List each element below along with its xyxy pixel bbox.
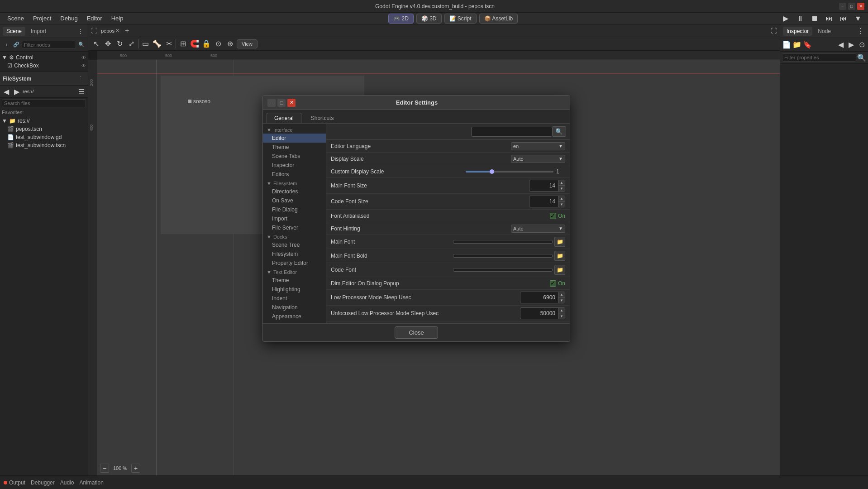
setting-font-hinting: Font Hinting Auto ▼: [326, 222, 570, 235]
spin-down-button[interactable]: ▼: [558, 186, 565, 191]
sidebar-item-inspector[interactable]: Inspector: [263, 161, 326, 170]
sidebar-item-file-dialog[interactable]: File Dialog: [263, 205, 326, 214]
code-font-size-spinbox[interactable]: 14 ▲ ▼: [529, 196, 565, 207]
chevron-down-icon: ▼: [558, 156, 563, 161]
setting-value: ✓ On: [466, 213, 565, 219]
dialog-close-button[interactable]: ✕: [287, 99, 296, 107]
setting-label: Dim Editor On Dialog Popup: [331, 280, 466, 287]
setting-label: Main Font Bold: [331, 253, 453, 259]
main-font-browse-button[interactable]: 📁: [554, 237, 565, 247]
display-scale-select[interactable]: Auto ▼: [511, 155, 565, 163]
setting-display-scale: Display Scale Auto ▼: [326, 153, 570, 165]
setting-code-font: Code Font 📁: [326, 263, 570, 277]
sidebar-item-navigation[interactable]: Navigation: [263, 303, 326, 312]
checkbox-icon[interactable]: ✓: [550, 213, 556, 219]
sidebar-item-property-editor[interactable]: Property Editor: [263, 259, 326, 268]
setting-value: Auto ▼: [466, 225, 565, 233]
sidebar-item-editors[interactable]: Editors: [263, 170, 326, 179]
sidebar-item-editor[interactable]: Editor: [263, 134, 326, 143]
spin-up-button[interactable]: ▲: [558, 180, 565, 186]
sidebar-item-text-theme[interactable]: Theme: [263, 276, 326, 285]
setting-value: Auto ▼: [466, 155, 565, 163]
checkbox-label: On: [558, 280, 565, 287]
setting-custom-display-scale: Custom Display Scale 1: [326, 165, 570, 178]
spin-down-button[interactable]: ▼: [558, 313, 565, 319]
main-font-input: [453, 240, 553, 244]
spinbox-arrows: ▲ ▼: [558, 180, 565, 191]
spin-down-button[interactable]: ▼: [558, 297, 565, 303]
sidebar-item-file-server[interactable]: File Server: [263, 223, 326, 232]
select-value: Auto: [513, 156, 524, 162]
low-processor-spinbox[interactable]: 6900 ▲ ▼: [520, 292, 565, 303]
dialog-tab-shortcuts[interactable]: Shortcuts: [303, 113, 342, 123]
setting-label: Display Scale: [331, 156, 466, 162]
setting-label: Low Processor Mode Sleep Usec: [331, 294, 466, 301]
settings-search-button[interactable]: 🔍: [553, 126, 566, 137]
sidebar-item-highlighting[interactable]: Highlighting: [263, 285, 326, 294]
sidebar-item-appearance[interactable]: Appearance: [263, 312, 326, 321]
scale-value: 1: [556, 168, 565, 175]
sidebar-section-text-editor[interactable]: ▼ Text Editor: [263, 268, 326, 276]
sidebar-item-scene-tabs[interactable]: Scene Tabs: [263, 152, 326, 161]
sidebar-section-interface[interactable]: ▼ Interface: [263, 125, 326, 134]
code-font-input: [453, 268, 553, 272]
font-hinting-select[interactable]: Auto ▼: [511, 225, 565, 233]
dialog-title: Editor Settings: [296, 99, 538, 106]
checkbox-icon[interactable]: ✓: [550, 280, 556, 287]
sidebar-item-theme[interactable]: Theme: [263, 143, 326, 152]
setting-main-font-bold: Main Font Bold 📁: [326, 249, 570, 263]
settings-search-input[interactable]: [471, 127, 553, 137]
setting-label: Main Font: [331, 239, 453, 245]
editor-settings-dialog: − □ ✕ Editor Settings General Shortcuts …: [262, 95, 570, 342]
dialog-minimize-button[interactable]: −: [267, 99, 276, 107]
dim-editor-checkbox[interactable]: ✓ On: [550, 280, 565, 287]
section-label: Interface: [273, 127, 293, 133]
setting-value: 1: [466, 168, 565, 175]
spinbox-value: 50000: [520, 309, 558, 317]
input-value: [453, 268, 552, 271]
unfocused-processor-spinbox[interactable]: 50000 ▲ ▼: [520, 307, 565, 319]
dialog-tab-general[interactable]: General: [267, 113, 301, 123]
sidebar-item-scene-tree[interactable]: Scene Tree: [263, 240, 326, 249]
font-antialiased-checkbox[interactable]: ✓ On: [550, 213, 565, 219]
sidebar-item-directories[interactable]: Directories: [263, 187, 326, 196]
sidebar-item-filesystem-dock[interactable]: Filesystem: [263, 249, 326, 259]
editor-language-select[interactable]: en ▼: [511, 142, 565, 150]
setting-label: Editor Language: [331, 143, 466, 149]
setting-value: 📁: [453, 265, 565, 275]
setting-value: 14 ▲ ▼: [466, 196, 565, 207]
dialog-maximize-button[interactable]: □: [277, 99, 286, 107]
spin-down-button[interactable]: ▼: [558, 201, 565, 207]
sidebar-section-docks[interactable]: ▼ Docks: [263, 232, 326, 240]
setting-unfocused-processor-sleep: Unfocused Low Processor Mode Sleep Usec …: [326, 306, 570, 321]
sidebar-item-import[interactable]: Import: [263, 214, 326, 223]
dialog-overlay: − □ ✕ Editor Settings General Shortcuts …: [0, 0, 868, 489]
setting-low-processor-sleep: Low Processor Mode Sleep Usec 6900 ▲ ▼: [326, 290, 570, 306]
section-label: Docks: [273, 234, 287, 240]
spin-up-button[interactable]: ▲: [558, 308, 565, 313]
dialog-close-btn[interactable]: Close: [395, 326, 438, 339]
main-font-bold-browse-button[interactable]: 📁: [554, 251, 565, 261]
setting-label: Main Font Size: [331, 182, 466, 189]
dialog-sidebar: ▼ Interface Editor Theme Scene Tabs Insp…: [263, 124, 326, 323]
chevron-down-icon: ▼: [267, 234, 272, 240]
setting-editor-language: Editor Language en ▼: [326, 140, 570, 153]
setting-label: Unfocused Low Processor Mode Sleep Usec: [331, 310, 466, 316]
slider-thumb[interactable]: [490, 169, 494, 174]
dialog-tabs: General Shortcuts: [263, 110, 570, 124]
setting-label: Code Font Size: [331, 198, 466, 205]
sidebar-item-on-save[interactable]: On Save: [263, 196, 326, 205]
chevron-down-icon: ▼: [558, 144, 563, 149]
main-font-size-spinbox[interactable]: 14 ▲ ▼: [529, 180, 565, 192]
setting-label: Font Antialiased: [331, 213, 466, 219]
spinbox-arrows: ▲ ▼: [558, 308, 565, 319]
setting-dim-editor: Dim Editor On Dialog Popup ✓ On: [326, 277, 570, 290]
setting-value: 14 ▲ ▼: [466, 180, 565, 192]
setting-value: 6900 ▲ ▼: [466, 292, 565, 303]
spin-up-button[interactable]: ▲: [558, 196, 565, 201]
sidebar-section-filesystem[interactable]: ▼ Filesystem: [263, 179, 326, 187]
spin-up-button[interactable]: ▲: [558, 292, 565, 297]
code-font-browse-button[interactable]: 📁: [554, 265, 565, 275]
scale-slider[interactable]: [466, 171, 553, 173]
sidebar-item-indent[interactable]: Indent: [263, 294, 326, 303]
